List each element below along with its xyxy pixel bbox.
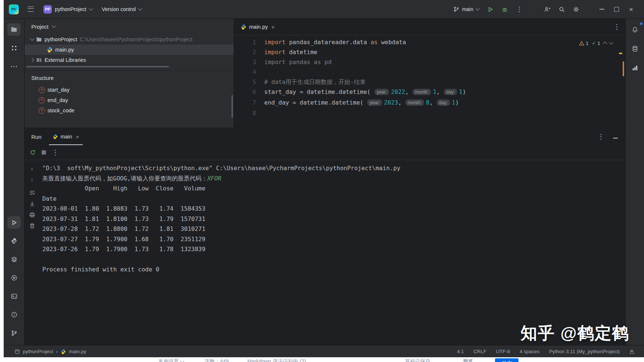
scrollbar-change-mark[interactable]: [623, 61, 624, 76]
version-control-menu[interactable]: Version control: [102, 6, 142, 12]
debug-button[interactable]: [502, 6, 508, 13]
line-separator-widget[interactable]: CRLF: [474, 349, 486, 354]
problems-tool-button[interactable]: [7, 308, 21, 321]
run-tool-window: Run main × ⋮: [25, 128, 625, 345]
hide-tool-window-button[interactable]: [613, 134, 618, 140]
line-number[interactable]: 8: [234, 108, 264, 118]
lock-icon[interactable]: [629, 349, 634, 354]
console-line: 美股直接输入股票代码，如GOOG,请输入你要查询的股票代码：XFOR: [42, 173, 622, 184]
line-number[interactable]: 5: [234, 77, 264, 87]
indent-widget[interactable]: 4 spaces: [520, 349, 539, 354]
inspection-passed[interactable]: ✓ 1: [592, 40, 600, 46]
rerun-button[interactable]: [30, 150, 36, 155]
word-count-label: 字数：449: [205, 358, 229, 362]
preview-button[interactable]: 预览: [463, 358, 473, 362]
line-number[interactable]: 7: [234, 98, 264, 108]
window-close-button[interactable]: ×: [628, 6, 634, 13]
database-tool-button[interactable]: [628, 42, 641, 55]
interpreter-widget[interactable]: Python 3.11 (My_pythonProject): [549, 349, 620, 354]
settings-gear-button[interactable]: [573, 6, 579, 13]
publish-button[interactable]: 发布: [495, 358, 519, 362]
structure-item-start-day[interactable]: v start_day: [25, 85, 234, 95]
tab-close-icon[interactable]: ×: [76, 134, 79, 140]
tree-row-main-py[interactable]: main.py: [25, 45, 234, 55]
external-libraries-icon: [36, 57, 42, 63]
line-number[interactable]: 4: [234, 67, 264, 77]
notifications-button[interactable]: [628, 23, 641, 36]
line-number[interactable]: 1: [234, 37, 264, 47]
console-line: Open High Low Close Volume: [42, 183, 622, 194]
line-number[interactable]: 2: [234, 47, 264, 57]
run-button[interactable]: [487, 6, 493, 13]
inspection-warnings[interactable]: 1: [579, 41, 588, 46]
services-tool-button[interactable]: [7, 271, 21, 284]
sciview-tool-button[interactable]: [628, 61, 641, 74]
structure-panel: v start_day v end_day v stock_code: [25, 85, 234, 128]
project-widget-label: pythonProject: [55, 6, 86, 12]
project-tool-button[interactable]: [7, 23, 21, 36]
chevron-down-icon[interactable]: [30, 36, 34, 41]
project-horizontal-scrollbar[interactable]: [26, 66, 169, 67]
editor-options-button[interactable]: ⋮: [613, 24, 620, 30]
project-widget[interactable]: PP pythonProject: [43, 5, 92, 14]
charts-icon: [632, 65, 638, 71]
code-line-content: import datetime: [264, 47, 318, 57]
breadcrumb-project[interactable]: pythonProject: [23, 349, 53, 354]
soft-wrap-button[interactable]: [29, 190, 35, 196]
run-options-button[interactable]: ⋮: [598, 133, 604, 140]
caret-position-widget[interactable]: 4:1: [457, 349, 464, 354]
previous-problem-button[interactable]: [603, 42, 607, 46]
git-graph-icon: [11, 330, 17, 336]
next-problem-button[interactable]: [609, 40, 613, 44]
scrollbar-warning-mark[interactable]: [619, 53, 622, 54]
window-minimize-button[interactable]: [598, 6, 605, 13]
run-tool-button[interactable]: [7, 216, 21, 229]
code-line: 6start_day = datetime.datetime( year:202…: [234, 87, 625, 98]
line-number[interactable]: 3: [234, 57, 264, 67]
tree-row-external-libraries[interactable]: External Libraries: [25, 55, 234, 65]
scroll-to-end-button[interactable]: [29, 201, 35, 207]
console-line: 2023-08-01 1.80 1.8083 1.73 1.74 1584353: [42, 204, 622, 214]
console-line: Date: [42, 194, 622, 204]
version-control-tool-button[interactable]: [7, 327, 21, 339]
terminal-tool-button[interactable]: [7, 290, 21, 302]
hamburger-menu-icon[interactable]: [28, 7, 34, 12]
breadcrumb-file[interactable]: main.py: [69, 349, 86, 354]
tree-row-project-root[interactable]: pythonProject C:\Users\hasee\PycharmProj…: [25, 34, 234, 45]
add-user-button[interactable]: [544, 6, 551, 13]
editor-tab-main-py[interactable]: main.py ×: [234, 19, 279, 35]
python-console-tool-button[interactable]: [7, 235, 21, 247]
code-line: 1import pandas_datareader.data as webdat…: [234, 37, 625, 47]
structure-vertical-scrollbar[interactable]: [231, 95, 233, 118]
code-line-content: # data用于生成日期数据，开始-结束: [264, 77, 365, 87]
line-number[interactable]: 6: [234, 87, 264, 98]
code-editor-area[interactable]: 1import pandas_datareader.data as webdat…: [234, 35, 625, 128]
publish-settings-button[interactable]: 发布设置: [158, 358, 184, 362]
inspections-widget[interactable]: 1 ✓ 1: [579, 40, 613, 46]
branch-widget[interactable]: main: [453, 6, 479, 12]
navigate-up-button[interactable]: ↑: [31, 166, 33, 172]
structure-item-end-day[interactable]: v end_day: [25, 95, 234, 105]
navigate-down-button[interactable]: ↓: [31, 176, 33, 182]
search-button[interactable]: [559, 6, 565, 13]
more-tool-windows-button[interactable]: ⋯: [7, 60, 21, 73]
chevron-right-icon[interactable]: [30, 58, 34, 62]
editor-panel: main.py × ⋮ 1import pandas_datareader.da…: [234, 19, 625, 128]
structure-tool-button[interactable]: [7, 42, 21, 54]
variable-icon: v: [39, 87, 45, 93]
stop-button[interactable]: [42, 150, 46, 155]
python-packages-tool-button[interactable]: [7, 253, 21, 266]
encoding-widget[interactable]: UTF-8: [496, 349, 510, 354]
project-panel-header[interactable]: Project: [25, 19, 234, 34]
code-line-content: start_day = datetime.datetime( year:2022…: [264, 87, 466, 98]
run-more-button[interactable]: ⋮: [52, 149, 59, 156]
print-button[interactable]: [29, 212, 35, 218]
structure-item-stock-code[interactable]: v stock_code: [25, 105, 234, 116]
run-tab-main[interactable]: main ×: [49, 128, 83, 145]
clear-console-button[interactable]: [29, 223, 35, 229]
project-panel-title: Project: [31, 24, 49, 30]
minimize-icon: [599, 9, 604, 10]
window-maximize-button[interactable]: [613, 6, 620, 13]
tab-close-icon[interactable]: ×: [272, 24, 275, 30]
more-actions-button[interactable]: ⋮: [516, 6, 523, 13]
